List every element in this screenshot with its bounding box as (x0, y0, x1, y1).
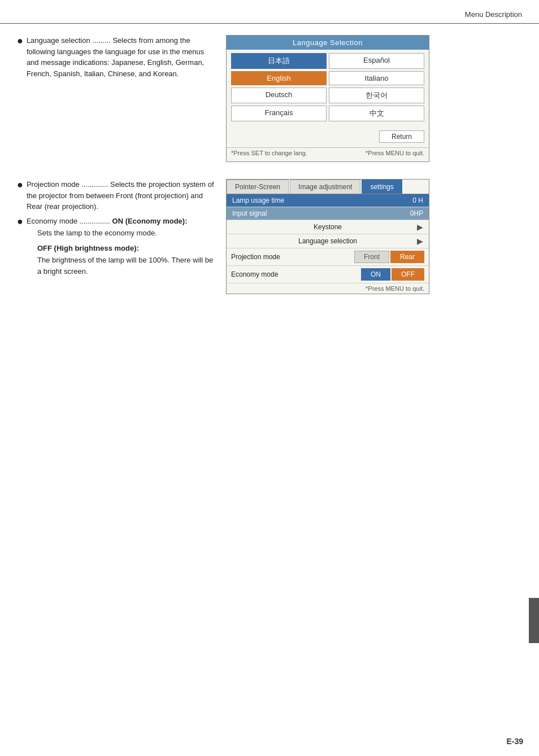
settings-tabs: Pointer-Screen Image adjustment settings (227, 180, 429, 194)
section1-label: Language selection ......... Selects fro… (27, 35, 215, 79)
section2-row: ● Projection mode ............. Selects … (17, 179, 522, 294)
lang-btn-deutsch[interactable]: Deutsch (231, 88, 327, 103)
lamp-usage-row: Lamp usage time 0 H (227, 194, 429, 207)
economy-on-button[interactable]: ON (361, 268, 390, 281)
tab-pointer-screen[interactable]: Pointer-Screen (227, 180, 289, 194)
page-header: Menu Description (0, 0, 539, 24)
side-tab (529, 598, 539, 643)
bullet2: ● (17, 180, 23, 190)
lang-return-button[interactable]: Return (379, 130, 424, 143)
header-title: Menu Description (465, 10, 522, 19)
section1-right: Language Selection 日本語 Español English I… (226, 35, 522, 162)
economy-off-button[interactable]: OFF (392, 268, 424, 281)
lang-btn-korean[interactable]: 한국어 (329, 88, 424, 103)
bullet3: ● (17, 216, 23, 226)
section1-left: ● Language selection ......... Selects f… (17, 35, 226, 81)
lang-btn-japanese[interactable]: 日本語 (231, 53, 327, 69)
projection-mode-row: Projection mode Front Rear (227, 248, 429, 266)
page-number: E-39 (506, 737, 523, 746)
lang-footer: *Press SET to change lang. *Press MENU t… (227, 147, 429, 158)
lamp-usage-label: Lamp usage time (232, 196, 284, 204)
lang-footer-right: *Press MENU to quit. (366, 150, 424, 156)
lang-btn-chinese[interactable]: 中文 (329, 106, 424, 121)
economy-mode-label: Economy mode (231, 270, 278, 278)
input-signal-row: Input signal 0HP (227, 207, 429, 220)
input-signal-value: 0HP (410, 209, 423, 217)
content-area: ● Language selection ......... Selects f… (0, 24, 539, 322)
settings-box: Pointer-Screen Image adjustment settings… (226, 179, 429, 294)
lang-spacer (227, 124, 429, 129)
lang-btn-italiano[interactable]: Italiano (329, 71, 424, 85)
keystone-row[interactable]: Keystone ▶ (227, 220, 429, 234)
projection-buttons: Front Rear (354, 251, 424, 263)
projection-rear-button[interactable]: Rear (390, 251, 424, 263)
lang-selection-arrow-icon: ▶ (417, 237, 423, 246)
section2-desc2b: The brightness of the lamp will be 100%.… (37, 255, 215, 278)
tab-image-adjustment[interactable]: Image adjustment (290, 180, 360, 194)
lang-btn-espanol[interactable]: Español (329, 53, 424, 69)
lang-selection-label: Language selection (298, 237, 357, 245)
language-selection-box: Language Selection 日本語 Español English I… (226, 35, 429, 162)
lang-btn-francais[interactable]: Français (231, 106, 327, 121)
lang-btn-english[interactable]: English (231, 71, 327, 85)
section2-label2: Economy mode ............... ON (Economy… (27, 216, 188, 227)
lang-footer-left: *Press SET to change lang. (231, 150, 307, 156)
keystone-label: Keystone (314, 223, 342, 231)
section1-row: ● Language selection ......... Selects f… (17, 35, 522, 162)
tab-settings[interactable]: settings (362, 180, 402, 194)
lang-grid: 日本語 Español English Italiano Deutsch 한국어… (227, 50, 429, 124)
bullet1: ● (17, 36, 23, 46)
economy-buttons: ON OFF (361, 268, 424, 281)
settings-footer: *Press MENU to quit. (227, 283, 429, 294)
lamp-usage-value: 0 H (412, 196, 423, 204)
keystone-arrow-icon: ▶ (417, 222, 423, 231)
section2-left: ● Projection mode ............. Selects … (17, 179, 226, 278)
lang-selection-title: Language Selection (227, 36, 429, 50)
economy-mode-row: Economy mode ON OFF (227, 266, 429, 283)
input-signal-label: Input signal (232, 209, 267, 217)
section2-bold-label2b: OFF (High brightness mode): (37, 243, 215, 255)
section1-bullet-label: ● Language selection ......... Selects f… (17, 35, 215, 79)
projection-mode-label: Projection mode (231, 253, 280, 261)
projection-front-button[interactable]: Front (354, 251, 389, 263)
section2-bullet-label2: ● Economy mode ............... ON (Econo… (17, 216, 215, 227)
section2-label1: Projection mode ............. Selects th… (27, 179, 215, 212)
section2-right: Pointer-Screen Image adjustment settings… (226, 179, 522, 294)
section2-desc2a: Sets the lamp to the economy mode. (37, 228, 215, 239)
lang-selection-row[interactable]: Language selection ▶ (227, 234, 429, 248)
section2-bullet-label1: ● Projection mode ............. Selects … (17, 179, 215, 212)
lang-return-row: Return (227, 129, 429, 145)
